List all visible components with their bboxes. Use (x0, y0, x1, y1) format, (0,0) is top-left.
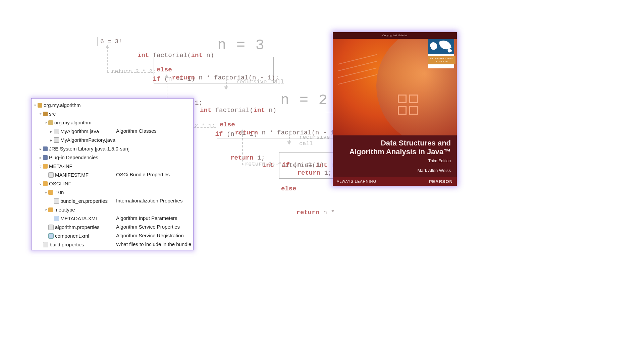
tree-node-label: src (49, 111, 56, 117)
expand-toggle-open-icon[interactable]: ▿ (44, 205, 48, 214)
tree-node[interactable]: ▿META-INF (32, 162, 193, 170)
file-icon (43, 242, 48, 247)
tree-node[interactable]: component.xmlAlgorithm Service Registrat… (32, 231, 193, 240)
n-equals-2: n = 2 (280, 92, 328, 109)
expand-toggle-closed-icon[interactable]: ▸ (50, 136, 53, 144)
expand-toggle-open-icon[interactable]: ▿ (34, 101, 37, 110)
tree-node-label: METADATA.XML (60, 216, 98, 221)
tree-node-label: Plug-in Dependencies (49, 155, 98, 160)
tree-node[interactable]: build.propertiesWhat files to include in… (32, 240, 193, 249)
book-title-line1: Data Structures and (381, 139, 451, 147)
book-cover: Copyrighted Material INTERNATIONAL EDITI… (333, 32, 457, 186)
tree-node[interactable]: ▸Plug-in Dependencies (32, 153, 193, 162)
expand-toggle-open-icon[interactable]: ▿ (39, 162, 42, 171)
return-annotation-3: return 1; (245, 161, 276, 167)
arrow-down-icon (287, 141, 291, 145)
tree-node-label: l10n (54, 189, 64, 195)
java-file-icon (54, 137, 59, 143)
tree-node[interactable]: ▸JRE System Library [java-1.5.0-sun] (32, 144, 193, 153)
dash (242, 131, 243, 165)
tree-node-label: MyAlgorithmFactory.java (60, 137, 115, 143)
arrow-up-icon (105, 45, 109, 48)
tree-node-label: component.xml (55, 233, 89, 239)
book-edition: Third Edition (339, 159, 451, 163)
file-icon (48, 172, 54, 178)
tree-node-description: Algorithm Service Registration (116, 231, 184, 240)
library-icon (43, 155, 48, 160)
project-icon (38, 103, 42, 108)
tree-node[interactable]: bundle_en.propertiesInternationalization… (32, 196, 193, 205)
expand-toggle-open-icon[interactable]: ▿ (39, 110, 42, 118)
file-icon (48, 225, 54, 230)
library-icon (43, 146, 48, 151)
tree-node[interactable]: MANIFEST.MFOSGi Bundle Properties (32, 170, 193, 179)
expand-toggle-closed-icon[interactable]: ▸ (50, 127, 53, 136)
book-top-note: Copyrighted Material (333, 32, 457, 39)
tree-node-description: Internationalization Properties (116, 196, 182, 205)
return-annotation-2: 2 * 1; (195, 123, 215, 129)
folder-icon (48, 190, 53, 195)
tree-node[interactable]: ▿OSGI-INF (32, 179, 193, 188)
tree-node[interactable]: ▿org.my.algorithm (32, 118, 193, 127)
tree-node[interactable]: ▿org.my.algorithm (32, 101, 193, 109)
tree-node-label: META-INF (49, 163, 72, 169)
arrow-up-icon (240, 129, 244, 133)
tree-node-label: MANIFEST.MF (55, 172, 89, 178)
arrow-up-icon (165, 74, 169, 78)
tree-node-description: Algorithm Classes (116, 127, 157, 135)
tree-node-label: org.my.algorithm (44, 102, 81, 108)
package-icon (48, 120, 53, 125)
badge-line1: INTERNATIONAL (430, 57, 453, 60)
tree-node-description: OSGi Bundle Properties (116, 170, 170, 179)
xml-file-icon (54, 216, 59, 221)
java-file-icon (54, 129, 59, 134)
tree-node[interactable]: ▸MyAlgorithmFactory.java (32, 135, 193, 144)
expand-toggle-open-icon[interactable]: ▿ (39, 179, 42, 188)
expand-toggle-closed-icon[interactable]: ▸ (39, 153, 42, 162)
return-annotation-1: return 3 * 2; (111, 68, 156, 75)
arrow-down-icon (224, 86, 228, 90)
tree-node-label: OSGI-INF (49, 181, 71, 186)
tree-node[interactable]: ▿metatype (32, 205, 193, 214)
tree-node[interactable]: ▿src (32, 109, 193, 118)
book-title-line2: Algorithm Analysis in Java™ (350, 147, 451, 156)
international-edition-badge: INTERNATIONAL EDITION (428, 39, 454, 68)
tree-node-description: Algorithm Service Properties (116, 223, 180, 231)
project-tree-panel: ▿org.my.algorithm▿src▿org.my.algorithm▸M… (31, 98, 194, 250)
tree-node-description: Algorithm Input Parameters (116, 214, 177, 223)
xml-file-icon (48, 233, 54, 239)
expand-toggle-closed-icon[interactable]: ▸ (39, 144, 42, 153)
world-map-icon (428, 39, 454, 54)
tree-node-label: bundle_en.properties (60, 198, 108, 204)
book-artwork: INTERNATIONAL EDITION (333, 39, 457, 135)
tree-node-label: metatype (54, 207, 75, 213)
folder-icon (43, 181, 48, 186)
tree-node[interactable]: METADATA.XMLAlgorithm Input Parameters (32, 214, 193, 223)
book-bottom-bar: ALWAYS LEARNING PEARSON (333, 177, 457, 186)
result-box: 6 = 3! (97, 37, 125, 46)
book-author: Mark Allen Weiss (339, 168, 451, 173)
book-publisher: PEARSON (429, 179, 453, 184)
source-folder-icon (43, 112, 48, 116)
expand-toggle-open-icon[interactable]: ▿ (44, 118, 48, 127)
tree-node-label: algorithm.properties (55, 224, 100, 230)
tree-node-label: build.properties (50, 242, 84, 247)
dash (289, 131, 290, 142)
badge-line2: EDITION (436, 60, 448, 63)
folder-icon (43, 164, 48, 169)
tree-node-label: JRE System Library [java-1.5.0-sun] (49, 146, 129, 152)
recursive-call-label-1: recursive call (236, 79, 284, 85)
book-title-band: Data Structures and Algorithm Analysis i… (333, 135, 457, 177)
tree-node[interactable]: ▿l10n (32, 188, 193, 196)
tree-node-description: What files to include in the bundle (116, 240, 191, 249)
n-equals-3: n = 3 (217, 37, 265, 54)
expand-toggle-open-icon[interactable]: ▿ (44, 188, 48, 197)
code-block-3b: else return n * (281, 169, 335, 233)
tree-node[interactable]: ▸MyAlgorithm.javaAlgorithm Classes (32, 127, 193, 135)
tree-node-label: MyAlgorithm.java (60, 128, 99, 134)
folder-icon (48, 207, 53, 212)
dash (226, 76, 227, 87)
file-icon (54, 198, 59, 204)
tree-node[interactable]: algorithm.propertiesAlgorithm Service Pr… (32, 223, 193, 231)
book-tagline: ALWAYS LEARNING (337, 179, 376, 183)
